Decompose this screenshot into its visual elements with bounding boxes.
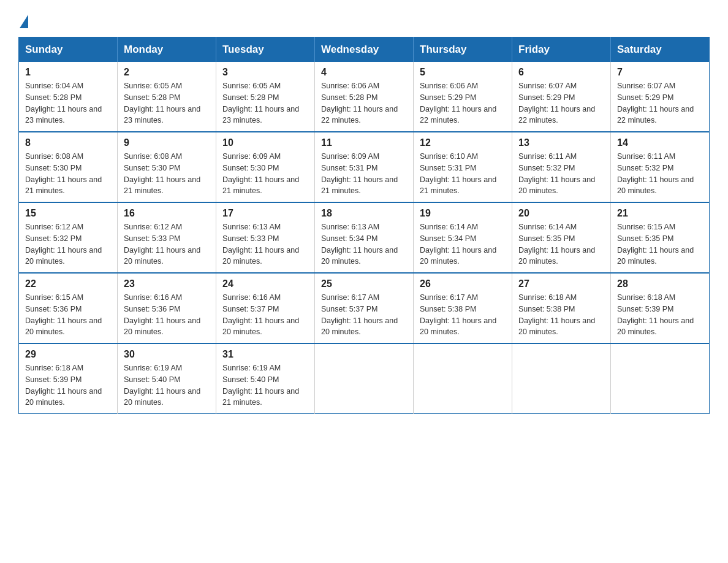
day-info: Sunrise: 6:12 AM Sunset: 5:33 PM Dayligh… [124, 221, 210, 267]
calendar-day-cell: 29 Sunrise: 6:18 AM Sunset: 5:39 PM Dayl… [19, 343, 118, 414]
day-info: Sunrise: 6:12 AM Sunset: 5:32 PM Dayligh… [25, 221, 111, 267]
day-info: Sunrise: 6:14 AM Sunset: 5:34 PM Dayligh… [420, 221, 506, 267]
day-info: Sunrise: 6:09 AM Sunset: 5:30 PM Dayligh… [222, 151, 308, 197]
logo-triangle-icon [20, 15, 28, 28]
day-number: 21 [617, 208, 703, 219]
page-header [18, 12, 710, 26]
day-number: 30 [124, 349, 210, 360]
day-info: Sunrise: 6:17 AM Sunset: 5:38 PM Dayligh… [420, 292, 506, 338]
calendar-day-cell: 31 Sunrise: 6:19 AM Sunset: 5:40 PM Dayl… [216, 343, 315, 414]
calendar-day-cell: 23 Sunrise: 6:16 AM Sunset: 5:36 PM Dayl… [118, 273, 216, 343]
day-info: Sunrise: 6:08 AM Sunset: 5:30 PM Dayligh… [124, 151, 210, 197]
calendar-day-cell [512, 343, 611, 414]
day-header-row: SundayMondayTuesdayWednesdayThursdayFrid… [19, 37, 710, 63]
day-info: Sunrise: 6:16 AM Sunset: 5:37 PM Dayligh… [222, 292, 308, 338]
day-info: Sunrise: 6:10 AM Sunset: 5:31 PM Dayligh… [420, 151, 506, 197]
day-of-week-header: Monday [118, 37, 216, 63]
day-info: Sunrise: 6:07 AM Sunset: 5:29 PM Dayligh… [617, 80, 703, 126]
calendar-day-cell: 30 Sunrise: 6:19 AM Sunset: 5:40 PM Dayl… [118, 343, 216, 414]
calendar-day-cell: 4 Sunrise: 6:06 AM Sunset: 5:28 PM Dayli… [315, 62, 414, 132]
day-number: 6 [518, 67, 604, 78]
day-number: 19 [420, 208, 506, 219]
day-of-week-header: Thursday [414, 37, 512, 63]
calendar-day-cell: 13 Sunrise: 6:11 AM Sunset: 5:32 PM Dayl… [512, 132, 611, 202]
calendar-day-cell: 25 Sunrise: 6:17 AM Sunset: 5:37 PM Dayl… [315, 273, 414, 343]
day-info: Sunrise: 6:08 AM Sunset: 5:30 PM Dayligh… [25, 151, 111, 197]
calendar-day-cell: 12 Sunrise: 6:10 AM Sunset: 5:31 PM Dayl… [414, 132, 512, 202]
day-number: 13 [518, 137, 604, 148]
calendar-week-row: 22 Sunrise: 6:15 AM Sunset: 5:36 PM Dayl… [19, 273, 710, 343]
day-info: Sunrise: 6:18 AM Sunset: 5:39 PM Dayligh… [617, 292, 703, 338]
day-info: Sunrise: 6:13 AM Sunset: 5:34 PM Dayligh… [321, 221, 407, 267]
day-number: 7 [617, 67, 703, 78]
day-of-week-header: Saturday [611, 37, 710, 63]
calendar-day-cell: 24 Sunrise: 6:16 AM Sunset: 5:37 PM Dayl… [216, 273, 315, 343]
calendar-day-cell: 5 Sunrise: 6:06 AM Sunset: 5:29 PM Dayli… [414, 62, 512, 132]
day-info: Sunrise: 6:11 AM Sunset: 5:32 PM Dayligh… [518, 151, 604, 197]
logo [18, 12, 28, 26]
day-info: Sunrise: 6:09 AM Sunset: 5:31 PM Dayligh… [321, 151, 407, 197]
calendar-day-cell: 27 Sunrise: 6:18 AM Sunset: 5:38 PM Dayl… [512, 273, 611, 343]
day-info: Sunrise: 6:05 AM Sunset: 5:28 PM Dayligh… [124, 80, 210, 126]
day-info: Sunrise: 6:19 AM Sunset: 5:40 PM Dayligh… [222, 362, 308, 408]
day-number: 8 [25, 137, 111, 148]
day-number: 18 [321, 208, 407, 219]
day-of-week-header: Friday [512, 37, 611, 63]
calendar-day-cell [315, 343, 414, 414]
calendar-day-cell: 11 Sunrise: 6:09 AM Sunset: 5:31 PM Dayl… [315, 132, 414, 202]
calendar-day-cell: 1 Sunrise: 6:04 AM Sunset: 5:28 PM Dayli… [19, 62, 118, 132]
day-info: Sunrise: 6:19 AM Sunset: 5:40 PM Dayligh… [124, 362, 210, 408]
calendar-day-cell: 16 Sunrise: 6:12 AM Sunset: 5:33 PM Dayl… [118, 202, 216, 273]
day-number: 26 [420, 278, 506, 289]
calendar-day-cell: 10 Sunrise: 6:09 AM Sunset: 5:30 PM Dayl… [216, 132, 315, 202]
day-info: Sunrise: 6:11 AM Sunset: 5:32 PM Dayligh… [617, 151, 703, 197]
day-number: 11 [321, 137, 407, 148]
day-number: 17 [222, 208, 308, 219]
day-number: 25 [321, 278, 407, 289]
day-info: Sunrise: 6:17 AM Sunset: 5:37 PM Dayligh… [321, 292, 407, 338]
day-info: Sunrise: 6:18 AM Sunset: 5:38 PM Dayligh… [518, 292, 604, 338]
calendar-day-cell: 26 Sunrise: 6:17 AM Sunset: 5:38 PM Dayl… [414, 273, 512, 343]
calendar-week-row: 1 Sunrise: 6:04 AM Sunset: 5:28 PM Dayli… [19, 62, 710, 132]
calendar-day-cell: 8 Sunrise: 6:08 AM Sunset: 5:30 PM Dayli… [19, 132, 118, 202]
day-number: 23 [124, 278, 210, 289]
day-number: 29 [25, 349, 111, 360]
calendar-day-cell: 19 Sunrise: 6:14 AM Sunset: 5:34 PM Dayl… [414, 202, 512, 273]
calendar-table: SundayMondayTuesdayWednesdayThursdayFrid… [18, 37, 710, 414]
calendar-day-cell: 18 Sunrise: 6:13 AM Sunset: 5:34 PM Dayl… [315, 202, 414, 273]
day-of-week-header: Tuesday [216, 37, 315, 63]
day-of-week-header: Wednesday [315, 37, 414, 63]
calendar-day-cell: 3 Sunrise: 6:05 AM Sunset: 5:28 PM Dayli… [216, 62, 315, 132]
calendar-header: SundayMondayTuesdayWednesdayThursdayFrid… [19, 37, 710, 63]
day-info: Sunrise: 6:15 AM Sunset: 5:36 PM Dayligh… [25, 292, 111, 338]
day-number: 31 [222, 349, 308, 360]
calendar-week-row: 29 Sunrise: 6:18 AM Sunset: 5:39 PM Dayl… [19, 343, 710, 414]
calendar-week-row: 15 Sunrise: 6:12 AM Sunset: 5:32 PM Dayl… [19, 202, 710, 273]
day-number: 27 [518, 278, 604, 289]
day-number: 14 [617, 137, 703, 148]
day-info: Sunrise: 6:14 AM Sunset: 5:35 PM Dayligh… [518, 221, 604, 267]
day-number: 5 [420, 67, 506, 78]
calendar-day-cell: 17 Sunrise: 6:13 AM Sunset: 5:33 PM Dayl… [216, 202, 315, 273]
day-number: 22 [25, 278, 111, 289]
calendar-day-cell: 14 Sunrise: 6:11 AM Sunset: 5:32 PM Dayl… [611, 132, 710, 202]
day-info: Sunrise: 6:04 AM Sunset: 5:28 PM Dayligh… [25, 80, 111, 126]
day-number: 3 [222, 67, 308, 78]
day-info: Sunrise: 6:05 AM Sunset: 5:28 PM Dayligh… [222, 80, 308, 126]
day-info: Sunrise: 6:16 AM Sunset: 5:36 PM Dayligh… [124, 292, 210, 338]
day-number: 10 [222, 137, 308, 148]
day-of-week-header: Sunday [19, 37, 118, 63]
calendar-day-cell: 9 Sunrise: 6:08 AM Sunset: 5:30 PM Dayli… [118, 132, 216, 202]
day-number: 15 [25, 208, 111, 219]
day-info: Sunrise: 6:13 AM Sunset: 5:33 PM Dayligh… [222, 221, 308, 267]
calendar-day-cell [611, 343, 710, 414]
day-info: Sunrise: 6:06 AM Sunset: 5:29 PM Dayligh… [420, 80, 506, 126]
calendar-body: 1 Sunrise: 6:04 AM Sunset: 5:28 PM Dayli… [19, 62, 710, 414]
day-number: 12 [420, 137, 506, 148]
day-info: Sunrise: 6:15 AM Sunset: 5:35 PM Dayligh… [617, 221, 703, 267]
calendar-day-cell: 21 Sunrise: 6:15 AM Sunset: 5:35 PM Dayl… [611, 202, 710, 273]
day-info: Sunrise: 6:18 AM Sunset: 5:39 PM Dayligh… [25, 362, 111, 408]
calendar-day-cell: 22 Sunrise: 6:15 AM Sunset: 5:36 PM Dayl… [19, 273, 118, 343]
day-number: 9 [124, 137, 210, 148]
day-number: 20 [518, 208, 604, 219]
